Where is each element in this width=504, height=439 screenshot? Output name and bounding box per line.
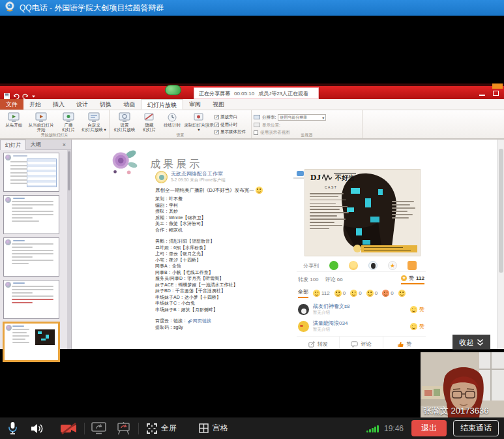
tab-animations[interactable]: 动画 (117, 99, 141, 110)
link-icon (188, 319, 192, 324)
microphone-icon (8, 421, 18, 435)
from-beginning-button[interactable]: 从头开始 (2, 112, 25, 127)
use-timings-checkbox[interactable]: ✓ 使用计时 (215, 122, 246, 128)
hide-slide-icon (143, 112, 155, 122)
like-button[interactable]: 赞 (383, 337, 426, 349)
panel-tabs: 幻灯片 大纲 × (0, 140, 71, 150)
tab-transitions[interactable]: 切换 (94, 99, 117, 110)
maximize-button[interactable] (493, 91, 499, 96)
reaction-sad[interactable]: 0 (366, 290, 378, 297)
credit-line: 妹子BD：千音激荡【千音涟漪社】 (155, 288, 304, 294)
slide-title: 成果展示 (150, 158, 202, 172)
close-panel-icon[interactable]: × (63, 142, 66, 148)
smiley-emoji-icon (398, 290, 406, 297)
reaction-smile[interactable]: 112 (313, 290, 330, 297)
credit-line: 服务员/同事D：零月亮【听雪阁】 (155, 275, 304, 282)
speaker-icon (31, 423, 44, 434)
slide-thumbnail[interactable] (3, 280, 59, 319)
hide-slide-button[interactable]: 隐藏 幻灯片 (138, 112, 160, 132)
copy-link-icon[interactable] (408, 261, 417, 270)
credit-line: 旦叶姬：6招【水库粉食】 (155, 245, 304, 251)
from-current-slide-button[interactable]: 从当前幻灯片 开始 (26, 112, 55, 132)
like-count-tab[interactable]: ★ 赞 112 (401, 275, 424, 284)
favorite-star-icon[interactable]: ★ (388, 261, 397, 270)
presentation-button[interactable] (117, 422, 130, 435)
record-slideshow-button[interactable]: 录制幻灯片演示 ▾ (184, 112, 214, 132)
tab-slideshow[interactable]: 幻灯片放映 (141, 99, 183, 110)
tab-view[interactable]: 视图 (207, 99, 230, 110)
ribbon: 从头开始 从当前幻灯片 开始 广播 幻灯片 自定义 幻灯片放映 ▾ 开始 (0, 110, 504, 140)
redo-icon[interactable] (22, 90, 28, 96)
tab-file[interactable]: 文件 (0, 99, 23, 110)
tab-design[interactable]: 设计 (70, 99, 94, 110)
comment-button[interactable]: 评论 (340, 337, 383, 349)
setup-slideshow-button[interactable]: 设置 幻灯片放映 (111, 112, 138, 132)
screen-share-icon (91, 422, 106, 434)
slide-thumbnail[interactable] (3, 237, 59, 277)
qat-dropdown-icon[interactable] (31, 90, 37, 96)
outline-tab[interactable]: 大纲 (26, 140, 46, 149)
qq-share-icon[interactable] (368, 261, 378, 270)
smiley-emoji-icon (410, 306, 417, 313)
repost-button[interactable]: 转发 (297, 337, 340, 349)
credit-line: 串场妹子C：小白兔 (155, 300, 304, 307)
qq-video-icon (5, 1, 15, 14)
camera-off-button[interactable] (60, 422, 78, 435)
reaction-grin[interactable]: 0 (334, 290, 346, 297)
tab-insert[interactable]: 插入 (47, 99, 70, 110)
repost-count[interactable]: 转发 100 (298, 276, 319, 283)
resolution-select[interactable]: 使用当前分辨率 ▾ (278, 114, 326, 121)
fullscreen-button[interactable]: 全屏 (147, 423, 177, 434)
reaction-more[interactable] (398, 290, 406, 297)
slides-tab[interactable]: 幻灯片 (0, 140, 26, 150)
poster-caption-bar (361, 245, 417, 252)
tab-home[interactable]: 开始 (23, 99, 47, 110)
play-narration-checkbox[interactable]: ✓ 播放旁白 (215, 114, 246, 120)
panel-scrollbar[interactable] (67, 150, 71, 349)
post-action-row: 转发 评论 赞 (297, 336, 426, 349)
custom-show-icon (87, 112, 100, 122)
web-link[interactable]: 网页链接 (188, 318, 211, 324)
smiley-emoji-icon (256, 187, 263, 194)
end-call-button[interactable]: 结束通话 (453, 420, 499, 436)
comment-count[interactable]: 评论 66 (325, 276, 343, 283)
rehearse-timings-button[interactable]: 排练计时 (161, 112, 183, 127)
wechat-share-icon[interactable] (329, 261, 338, 270)
slide-thumbnail-current[interactable] (3, 322, 59, 361)
dj-poster-image[interactable]: DJ 不好当 CAST (305, 170, 420, 256)
grid-icon (199, 423, 209, 433)
save-icon[interactable] (4, 90, 10, 96)
dropdown-caret-icon: ▾ (104, 127, 106, 132)
post-account-name: 无敌态网络配音工作室 (171, 171, 226, 177)
baidu-cloud-label: 百度云：链接： (155, 318, 187, 324)
slide-thumbnail[interactable] (3, 153, 59, 192)
window-title: QQ电话 - 外国语学院大创项目结题答辩群 (20, 3, 164, 14)
sad-emoji-icon (366, 290, 374, 297)
credit-line: 授权：其妙 (155, 208, 304, 215)
minimize-button[interactable] (479, 95, 485, 96)
microphone-button[interactable] (8, 421, 18, 435)
liker-row[interactable]: 满量能闯浪034 暂无介绍 赞 (297, 318, 426, 335)
reaction-wow[interactable]: 0 (350, 290, 361, 297)
speaker-button[interactable] (31, 423, 44, 434)
medal-icon: ★ (401, 275, 407, 281)
liker-desc: 暂无介绍 (313, 327, 348, 332)
undo-icon[interactable] (13, 90, 19, 96)
screen-share-button[interactable] (91, 422, 106, 434)
tab-review[interactable]: 审阅 (183, 99, 207, 110)
credit-line: 上司：墨云【银月之光】 (155, 250, 304, 257)
slide-thumbnail[interactable] (3, 195, 59, 234)
sharing-timer: 00:05:10 (234, 91, 254, 97)
broadcast-slideshow-button[interactable]: 广播 幻灯片 (57, 112, 80, 132)
reaction-angry[interactable]: 0 (382, 290, 393, 297)
webcam-video[interactable]: 张瀚文 20173636 (421, 352, 504, 417)
exit-button[interactable]: 退出 (411, 420, 447, 436)
slide-scrollbar[interactable] (497, 140, 504, 349)
custom-slideshow-button[interactable]: 自定义 幻灯片放映 ▾ (81, 112, 107, 132)
liker-row[interactable]: 战友们神看文s8 暂无介绍 赞 (297, 301, 426, 318)
grid-view-button[interactable]: 宫格 (199, 423, 228, 434)
collapse-button[interactable]: 收起 (452, 335, 490, 350)
qzone-share-icon[interactable] (349, 261, 358, 270)
reactions-all-tab[interactable]: 全部 (298, 288, 308, 298)
credit-line: 后期：Winnie【锦衣卫】 (155, 215, 304, 221)
